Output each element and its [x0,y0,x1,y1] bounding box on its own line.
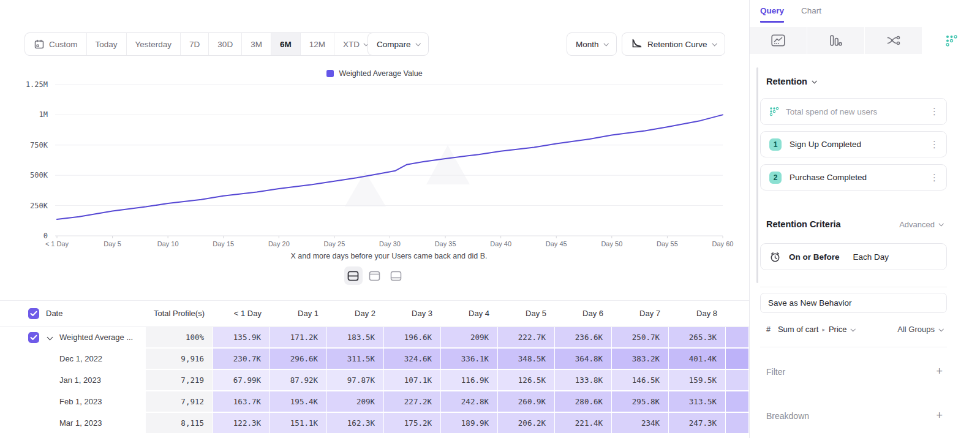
retention-value-cell[interactable]: 348.5K [498,349,555,370]
retention-value-cell[interactable]: 260.9K [498,391,555,413]
row-label-cell[interactable]: Mar 1, 2023 [0,413,146,434]
save-as-new-behavior-button[interactable]: Save as New Behavior [760,293,947,313]
range-yesterday[interactable]: Yesterday [127,33,181,55]
retention-value-cell[interactable]: 195.4K [270,391,327,413]
alarm-clock-icon [769,251,781,263]
retention-value-cell[interactable]: 67.99K [213,370,270,391]
retention-value-cell[interactable]: 247.3K [669,413,726,434]
retention-value-cell[interactable]: 159.5K [669,370,726,391]
retention-value-cell[interactable]: 221.4K [555,413,612,434]
retention-value-cell[interactable]: 324.6K [384,349,441,370]
kebab-menu-icon[interactable]: ⋮ [930,106,939,117]
split-view-icon [347,271,359,281]
retention-value-cell[interactable]: 135.9K [213,327,270,349]
range-custom[interactable]: Custom [25,33,87,55]
retention-value-cell[interactable]: 107.1K [384,370,441,391]
range-7d[interactable]: 7D [181,33,209,55]
compare-button[interactable]: Compare [368,32,429,56]
panel-scrollbar[interactable] [756,67,758,283]
retention-value-cell[interactable]: 171.2K [270,327,327,349]
retention-value-cell[interactable]: 236.6K [555,327,612,349]
select-all-checkbox[interactable] [28,308,39,319]
x-axis-tick-label: Day 25 [323,240,345,247]
report-type-funnels[interactable] [807,27,865,54]
retention-value-cell[interactable]: 122.3K [213,413,270,434]
row-label-cell[interactable]: Dec 1, 2022 [0,349,146,370]
report-type-flows[interactable] [865,27,922,54]
range-3m[interactable]: 3M [242,33,271,55]
retention-value-cell[interactable]: 196.6K [384,327,441,349]
row-checkbox[interactable] [28,332,39,343]
groups-dropdown[interactable]: All Groups [897,325,943,334]
retention-value-cell[interactable]: 234K [612,413,669,434]
chart-type-button[interactable]: Retention Curve [622,32,725,56]
retention-value-cell[interactable]: 146.5K [612,370,669,391]
retention-value-cell[interactable]: 227.2K [384,391,441,413]
retention-value-cell[interactable]: 280.6K [555,391,612,413]
granularity-button[interactable]: Month [567,32,617,56]
tab-query[interactable]: Query [760,6,784,23]
retention-section-heading[interactable]: Retention [766,77,816,86]
range-today[interactable]: Today [87,33,127,55]
range-label: Yesterday [135,40,172,49]
retention-value-cell[interactable]: 209K [441,327,498,349]
retention-value-cell[interactable]: 175.2K [384,413,441,434]
retention-value-cell[interactable]: 311.5K [327,349,384,370]
retention-value-cell[interactable]: 151.1K [270,413,327,434]
retention-value-cell[interactable]: 97.87K [327,370,384,391]
add-filter-button[interactable]: + [936,365,943,378]
retention-value-cell[interactable]: 242.8K [441,391,498,413]
retention-value-cell[interactable]: 87.92K [270,370,327,391]
retention-value-cell[interactable]: 295.8K [612,391,669,413]
kebab-menu-icon[interactable]: ⋮ [930,139,939,150]
retention-line-chart[interactable]: 0250K500K750K1M1.25M< 1 DayDay 5Day 10Da… [0,74,749,265]
retention-value-cell[interactable]: 206.2K [498,413,555,434]
groups-label: All Groups [897,325,935,334]
retention-value-cell[interactable]: 383.2K [612,349,669,370]
criteria-card[interactable]: On or Before Each Day [760,243,947,270]
retention-value-cell[interactable]: 189.9K [441,413,498,434]
range-label: 12M [309,40,325,49]
retention-value-cell[interactable]: 162.3K [327,413,384,434]
range-6m[interactable]: 6M [271,33,301,55]
row-label-cell[interactable]: Weighted Average ... [0,327,146,349]
add-breakdown-button[interactable]: + [936,409,943,422]
tab-chart[interactable]: Chart [801,6,821,23]
retention-value-cell[interactable]: 296.6K [270,349,327,370]
report-type-insights[interactable] [750,27,807,54]
row-label-cell[interactable]: Jan 1, 2023 [0,370,146,391]
split-view-toggle[interactable] [344,266,363,285]
retention-value-cell[interactable]: 336.1K [441,349,498,370]
kebab-menu-icon[interactable]: ⋮ [930,172,939,183]
chevron-down-icon [850,327,855,331]
retention-value-cell[interactable]: 222.7K [498,327,555,349]
row-label-cell[interactable]: Feb 1, 2023 [0,391,146,413]
retention-value-cell[interactable]: 116.9K [441,370,498,391]
range-30d[interactable]: 30D [209,33,242,55]
retention-value-cell[interactable]: 126.5K [498,370,555,391]
measure-dropdown[interactable]: Sum of cart ▸ Price [778,325,854,334]
expand-chevron-icon[interactable] [47,334,53,341]
next-column-strip [726,391,749,413]
retention-value-cell[interactable]: 163.7K [213,391,270,413]
retention-curve-line[interactable] [57,115,723,219]
retention-value-cell[interactable]: 250.7K [612,327,669,349]
criteria-mode-dropdown[interactable]: Advanced [899,220,943,229]
retention-value-cell[interactable]: 133.8K [555,370,612,391]
column-header: Day 4 [441,301,498,327]
retention-value-cell[interactable]: 364.8K [555,349,612,370]
report-type-retention[interactable] [922,27,980,54]
step-card[interactable]: 2Purchase Completed⋮ [760,164,947,191]
table-only-view-toggle[interactable] [387,266,405,285]
range-12m[interactable]: 12M [301,33,334,55]
chart-only-view-toggle[interactable] [366,266,384,285]
retention-value-cell[interactable]: 401.4K [669,349,726,370]
retention-value-cell[interactable]: 313.5K [669,391,726,413]
behavior-card[interactable]: Total spend of new users ⋮ [760,98,947,125]
step-card[interactable]: 1Sign Up Completed⋮ [760,131,947,157]
retention-value-cell[interactable]: 209K [327,391,384,413]
retention-value-cell[interactable]: 183.5K [327,327,384,349]
retention-criteria-heading: Retention Criteria Advanced [766,219,943,229]
retention-value-cell[interactable]: 230.7K [213,349,270,370]
retention-value-cell[interactable]: 265.3K [669,327,726,349]
